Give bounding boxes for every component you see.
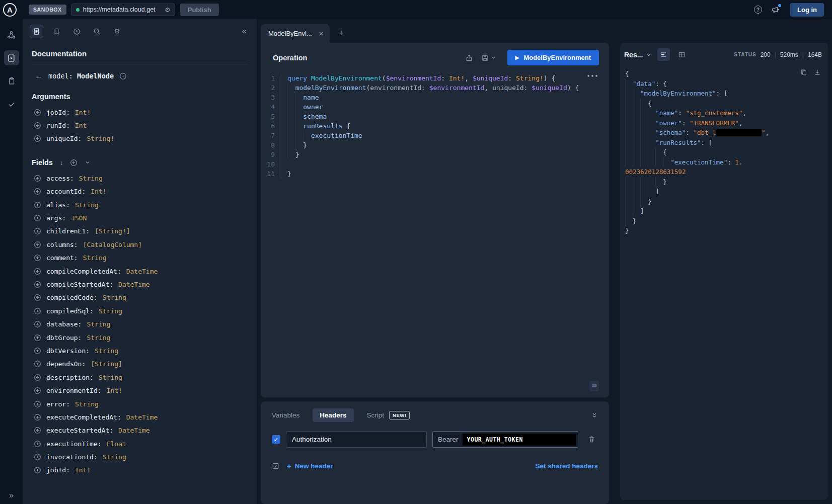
add-field-to-query-icon[interactable] (34, 374, 41, 381)
add-field-to-query-icon[interactable] (34, 227, 41, 235)
doc-field-row[interactable]: compileStartedAt:DateTime (32, 278, 248, 291)
doc-field-row[interactable]: compiledSql:String (32, 304, 248, 317)
field-type-link[interactable]: [String!] (95, 227, 130, 235)
code-line[interactable]: 11} (261, 169, 609, 179)
doc-field-row[interactable]: uniqueId:String! (32, 132, 248, 145)
field-type-link[interactable]: JSON (71, 214, 87, 222)
help-icon[interactable]: ? (752, 4, 764, 16)
announcements-icon[interactable] (769, 4, 781, 16)
collapse-sidebar-icon[interactable]: « (242, 26, 247, 36)
field-type-link[interactable]: Int! (75, 109, 91, 116)
field-type-link[interactable]: String (83, 254, 107, 262)
add-field-to-query-icon[interactable] (34, 440, 41, 448)
new-tab-button[interactable]: + (338, 28, 344, 43)
add-field-to-query-icon[interactable] (34, 188, 41, 195)
add-field-to-query-icon[interactable] (34, 387, 41, 394)
save-options-chevron-icon[interactable] (491, 55, 496, 60)
share-operation-icon[interactable] (465, 54, 473, 62)
search-icon[interactable] (90, 25, 104, 38)
doc-field-row[interactable]: environmentId:Int! (32, 384, 248, 397)
field-type-link[interactable]: DateTime (118, 281, 150, 288)
new-header-button[interactable]: + New header (287, 462, 333, 470)
add-field-to-query-icon[interactable] (34, 281, 41, 288)
add-field-to-query-icon[interactable] (34, 307, 41, 315)
field-type-link[interactable]: Int! (91, 188, 106, 195)
doc-field-row[interactable]: accountId:Int! (32, 185, 248, 198)
doc-field-row[interactable]: jobId:Int! (32, 106, 248, 119)
code-line[interactable]: 2modelByEnvironment(environmentId: $envi… (261, 83, 609, 93)
field-type-link[interactable]: String! (87, 135, 114, 142)
delete-header-icon[interactable] (588, 436, 595, 443)
header-key-input[interactable] (286, 431, 427, 448)
endpoint-url-input[interactable]: https://metadata.cloud.get (83, 6, 161, 13)
doc-field-row[interactable]: comment:String (32, 251, 248, 265)
header-value-field[interactable]: Bearer YOUR_AUTH_TOKEN (432, 431, 578, 448)
field-type-link[interactable]: DateTime (126, 413, 158, 421)
doc-field-row[interactable]: jobId:Int! (32, 464, 248, 477)
doc-field-row[interactable]: childrenL1:[String!] (32, 225, 248, 238)
auth-token-value[interactable]: YOUR_AUTH_TOKEN (463, 434, 576, 446)
field-type-link[interactable]: DateTime (118, 427, 150, 434)
tree-view-icon[interactable] (657, 48, 670, 61)
operations-icon[interactable] (4, 73, 19, 89)
add-field-to-query-icon[interactable] (34, 268, 41, 275)
field-type-link[interactable]: Float (107, 440, 126, 448)
field-type-link[interactable]: Int! (107, 387, 122, 394)
history-icon[interactable] (70, 25, 84, 38)
add-field-to-query-icon[interactable] (34, 400, 41, 408)
doc-field-row[interactable]: dbtVersion:String (32, 344, 248, 357)
field-type-link[interactable]: Int (75, 122, 87, 129)
doc-field-row[interactable]: columns:[CatalogColumn] (32, 238, 248, 251)
add-field-to-query-icon[interactable] (34, 320, 41, 328)
add-field-to-query-icon[interactable] (34, 201, 41, 209)
field-type-link[interactable]: String (75, 400, 99, 408)
login-button[interactable]: Log in (790, 3, 824, 17)
apollo-logo[interactable]: A (3, 3, 17, 17)
add-field-to-query-icon[interactable] (34, 241, 41, 248)
field-type-link[interactable]: String (103, 453, 126, 461)
doc-field-row[interactable]: executionTime:Float (32, 437, 248, 450)
add-field-to-query-icon[interactable] (34, 347, 41, 355)
doc-field-row[interactable]: args:JSON (32, 211, 248, 224)
add-field-to-query-icon[interactable] (34, 466, 41, 474)
explorer-icon[interactable] (4, 50, 19, 65)
documentation-tab-icon[interactable] (30, 25, 43, 38)
doc-field-row[interactable]: dbtGroup:String (32, 331, 248, 344)
checks-icon[interactable] (4, 97, 19, 112)
copy-response-icon[interactable] (800, 69, 807, 76)
tab-modelbyenvironment[interactable]: ModelByEnvi... × (261, 24, 330, 43)
add-field-to-query-icon[interactable] (34, 413, 41, 421)
code-line[interactable]: 7executionTime (261, 131, 609, 140)
code-line[interactable]: 5schema (261, 112, 609, 121)
add-field-to-query-icon[interactable] (34, 254, 41, 262)
close-tab-icon[interactable]: × (319, 30, 324, 37)
doc-field-row[interactable]: runId:Int (32, 119, 248, 132)
download-response-icon[interactable] (814, 69, 821, 76)
doc-field-row[interactable]: alias:String (32, 198, 248, 211)
doc-field-row[interactable]: executeCompletedAt:DateTime (32, 410, 248, 424)
settings-icon[interactable]: ⚙ (110, 25, 124, 38)
doc-field-row[interactable]: access:String (32, 172, 248, 185)
set-shared-headers-link[interactable]: Set shared headers (535, 462, 598, 470)
tab-variables[interactable]: Variables (272, 411, 299, 419)
doc-field-row[interactable]: database:String (32, 317, 248, 330)
code-line[interactable]: 10 (261, 159, 609, 169)
field-type-link[interactable]: String (79, 175, 103, 182)
doc-field-row[interactable]: executeStartedAt:DateTime (32, 424, 248, 437)
header-enabled-checkbox[interactable]: ✓ (272, 435, 280, 444)
response-title[interactable]: Res... (624, 51, 643, 59)
fields-options-chevron-icon[interactable] (85, 159, 91, 165)
doc-field-row[interactable]: invocationId:String (32, 450, 248, 463)
add-field-to-query-icon[interactable] (34, 135, 41, 142)
add-field-to-query-icon[interactable] (34, 294, 41, 301)
saved-operations-icon[interactable] (50, 25, 63, 38)
add-field-to-query-icon[interactable] (34, 175, 41, 182)
add-field-to-query-icon[interactable] (34, 214, 41, 222)
code-line[interactable]: 6runResults { (261, 121, 609, 131)
add-field-to-query-icon[interactable] (34, 122, 41, 129)
doc-field-row[interactable]: description:String (32, 371, 248, 384)
table-view-icon[interactable] (675, 48, 688, 61)
add-field-to-query-icon[interactable] (34, 360, 41, 368)
field-type-link[interactable]: String (87, 320, 110, 328)
sort-fields-icon[interactable]: ↓ (60, 159, 63, 166)
